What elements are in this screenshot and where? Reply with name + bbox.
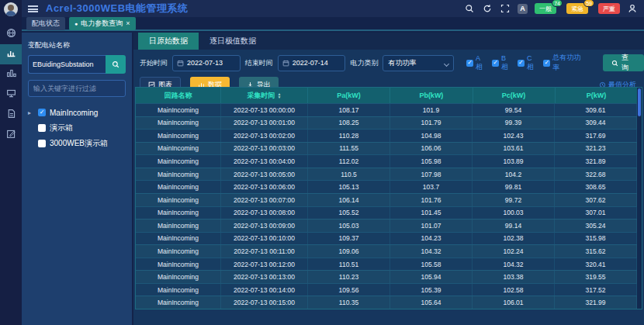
table-cell: 99.39 [473, 117, 555, 130]
table-cell: 112.02 [308, 155, 390, 168]
total-active-power-checkbox[interactable]: 总有功功率 [543, 53, 587, 73]
end-date-input[interactable]: 2022-07-14 [278, 55, 346, 71]
table-cell: MainIncoming [136, 104, 221, 116]
tag-label: 电力参数查询 [81, 19, 123, 29]
table-cell: 317.52 [555, 284, 637, 296]
language-icon[interactable]: A [518, 4, 528, 14]
header-pb: Pb(kW) [390, 88, 473, 103]
table-cell: 108.17 [308, 104, 390, 116]
table-cell: 2022-07-13 00:13:00 [221, 271, 308, 283]
tag-distribution-status[interactable]: 配电状态 [26, 17, 65, 30]
table-cell: MainIncoming [136, 296, 221, 309]
table-cell: 307.62 [555, 194, 637, 206]
start-time-label: 开始时间 [140, 58, 168, 68]
table-cell: 110.23 [308, 271, 390, 283]
phase-a-checkbox[interactable]: A相 [466, 54, 487, 72]
table-cell: 99.81 [473, 181, 555, 193]
chevron-down-icon [444, 61, 449, 66]
power-type-value: 有功功率 [388, 58, 416, 68]
query-button[interactable]: 查询 [603, 54, 644, 71]
power-type-select[interactable]: 有功功率 [383, 55, 454, 71]
checkbox-checked-icon[interactable] [38, 109, 46, 116]
caret-icon[interactable]: ▸ [28, 109, 34, 116]
sort-icon[interactable]: ▲▼ [278, 92, 282, 99]
tree-item-label: 3000WEB演示箱 [50, 138, 108, 149]
table-cell: MainIncoming [136, 233, 221, 245]
search-icon[interactable] [464, 3, 475, 14]
table-cell: 321.89 [555, 155, 637, 168]
table-cell: MainIncoming [136, 143, 221, 155]
alarm-badge-urgent[interactable]: 紧急 59 [566, 3, 588, 14]
alarm-count: 74 [552, 0, 563, 7]
table-cell: 110.51 [308, 258, 390, 271]
tab-daily-extreme-data[interactable]: 逐日极值数据 [199, 33, 267, 50]
table-cell: 99.72 [473, 194, 555, 206]
bar-chart-icon [6, 47, 16, 61]
table-cell: 105.39 [390, 284, 473, 296]
tab-daily-raw-data[interactable]: 日原始数据 [138, 33, 199, 50]
user-avatar[interactable] [4, 2, 18, 16]
start-date-input[interactable]: 2022-07-13 [172, 55, 241, 71]
calendar-icon [282, 60, 289, 67]
tree-item-main-incoming[interactable]: ▸ MainIncoming [28, 105, 126, 120]
table-row: MainIncoming2022-07-13 00:11:00109.06104… [136, 244, 637, 258]
data-table: 回路名称 采集时间 ▲▼ Pa(kW) Pb(kW) Pc(kW) P(kW) … [135, 87, 642, 309]
edit-icon [6, 128, 16, 142]
sidebar-item-analytics[interactable] [0, 64, 22, 85]
table-cell: 2022-07-13 00:09:00 [221, 220, 308, 232]
table-cell: 99.54 [473, 104, 555, 116]
table-scrollbar [637, 88, 642, 309]
table-cell: 107.98 [390, 168, 473, 181]
table-cell: MainIncoming [136, 220, 221, 232]
refresh-icon[interactable] [482, 3, 493, 14]
phase-c-checkbox[interactable]: C相 [518, 54, 538, 72]
tree-item-demo-box[interactable]: 演示箱 [28, 120, 126, 136]
search-icon [611, 60, 618, 67]
checkbox-label: 总有功功率 [552, 53, 587, 73]
menu-toggle-icon[interactable] [28, 5, 38, 12]
table-cell: 307.01 [555, 207, 637, 220]
table-cell: 111.55 [308, 143, 390, 155]
user-icon[interactable] [627, 3, 638, 14]
checkbox-checked-icon [466, 60, 473, 67]
document-icon [6, 108, 16, 122]
table-row: MainIncoming2022-07-13 00:08:00105.52101… [136, 206, 637, 220]
sidebar-item-devices[interactable] [0, 85, 22, 105]
phase-b-checkbox[interactable]: B相 [492, 54, 513, 72]
table-cell: 106.06 [390, 143, 473, 155]
table-cell: 2022-07-13 00:10:00 [221, 233, 308, 245]
fullscreen-icon[interactable] [500, 3, 511, 14]
checkbox-icon[interactable] [38, 140, 46, 147]
table-row: MainIncoming2022-07-13 00:13:00110.23105… [136, 270, 637, 283]
table-cell: MainIncoming [136, 117, 221, 130]
table-cell: 305.24 [555, 220, 637, 232]
table-row: MainIncoming2022-07-13 00:04:00112.02105… [136, 154, 637, 168]
table-row: MainIncoming2022-07-13 00:10:00109.37104… [136, 232, 637, 245]
alarm-badge-general[interactable]: 一般 74 [535, 3, 556, 14]
sidebar-item-reports[interactable] [0, 105, 22, 125]
table-cell: 2022-07-13 00:04:00 [221, 155, 308, 168]
tag-power-parameter-query[interactable]: ● 电力参数查询 × [69, 17, 136, 30]
sidebar-item-power-query[interactable] [0, 44, 22, 64]
tree-item-3000web-demo-box[interactable]: 3000WEB演示箱 [28, 136, 126, 151]
table-cell: 109.06 [308, 245, 390, 258]
left-icon-rail [0, 0, 22, 325]
header-collect-time[interactable]: 采集时间 ▲▼ [221, 88, 308, 103]
checkbox-icon[interactable] [38, 124, 46, 132]
alarm-badge-severe[interactable]: 严重 [598, 3, 620, 14]
scrollbar-thumb[interactable] [638, 88, 641, 116]
sidebar-item-edit[interactable] [0, 125, 22, 145]
table-cell: MainIncoming [136, 130, 221, 142]
close-icon[interactable]: × [126, 19, 130, 27]
table-cell: 104.98 [390, 130, 473, 142]
tree-filter-input[interactable] [28, 80, 126, 97]
table-cell: MainIncoming [136, 245, 221, 258]
alarm-label: 紧急 [571, 5, 583, 13]
tag-label: 配电状态 [32, 19, 60, 29]
globe-icon [6, 27, 16, 41]
sidebar-item-overview[interactable] [0, 24, 22, 44]
station-search-button[interactable] [106, 55, 126, 74]
station-search-input[interactable] [28, 55, 106, 74]
table-cell: MainIncoming [136, 194, 221, 206]
table-cell: 315.98 [555, 233, 637, 245]
